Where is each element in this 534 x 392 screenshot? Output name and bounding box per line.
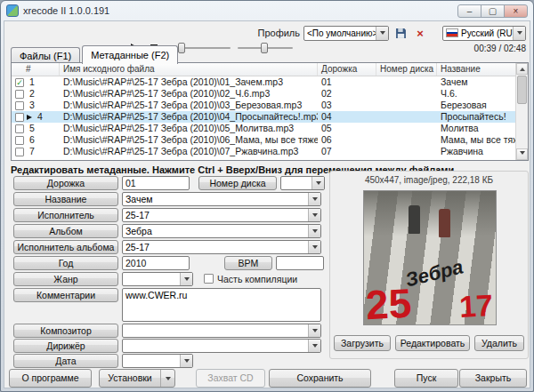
- date-label-button[interactable]: Дата: [13, 354, 118, 368]
- capture-cd-button: Захват CD: [196, 369, 265, 388]
- start-button[interactable]: Пуск: [394, 369, 458, 388]
- composer-label-button[interactable]: Композитор: [13, 324, 118, 338]
- cell-filename: D:\Music\#RAP#\25-17 Зебра (2010)\06_Мам…: [60, 134, 318, 146]
- window-title: xrecode II 1.0.0.191: [23, 5, 109, 16]
- album-artist-combobox[interactable]: 25-17: [122, 240, 321, 254]
- column-header-title[interactable]: Название: [437, 63, 517, 76]
- album-label-button[interactable]: Альбом: [13, 224, 118, 238]
- file-table: # Имя исходного файла Дорожка Номер диск…: [11, 62, 529, 161]
- save-metadata-button[interactable]: Сохранить метаданные: [269, 369, 371, 388]
- cell-title: Березовая: [437, 100, 517, 111]
- delete-artwork-button[interactable]: Удалить: [474, 335, 524, 351]
- cell-disc: [376, 146, 437, 157]
- cell-disc: [376, 76, 437, 88]
- russian-flag-icon: [446, 28, 458, 37]
- titlebar: xrecode II 1.0.0.191 – ▢ ×: [1, 1, 533, 20]
- volume-slider[interactable]: [238, 41, 293, 55]
- chevron-down-icon: [308, 324, 320, 337]
- cell-filename: D:\Music\#RAP#\25-17 Зебра (2010)\04_Про…: [60, 111, 318, 123]
- settings-button[interactable]: Установки: [99, 369, 175, 388]
- conductor-label-button[interactable]: Дирижёр: [13, 339, 118, 353]
- artist-label-button[interactable]: Исполнитель: [13, 208, 118, 222]
- cell-track: 02: [318, 88, 376, 100]
- date-combobox[interactable]: [122, 354, 193, 368]
- table-row[interactable]: 1 D:\Music\#RAP#\25-17 Зебра (2010)\01_З…: [12, 76, 517, 88]
- cell-title: Молитва: [437, 123, 517, 134]
- load-artwork-button[interactable]: Загрузить: [334, 335, 391, 351]
- scroll-up-icon[interactable]: [516, 63, 528, 75]
- genre-label-button[interactable]: Жанр: [13, 272, 118, 286]
- genre-combobox[interactable]: [122, 272, 193, 286]
- profile-combobox[interactable]: <По умолчанию>: [303, 26, 389, 41]
- row-checkbox[interactable]: [15, 78, 24, 87]
- title-label-button[interactable]: Название: [13, 192, 118, 206]
- profile-label: Профиль: [258, 28, 301, 38]
- album-artist-label-button[interactable]: Исполнитель альбома: [13, 240, 118, 254]
- column-header-track[interactable]: Дорожка: [318, 63, 376, 76]
- table-row[interactable]: 6 D:\Music\#RAP#\25-17 Зебра (2010)\06_М…: [12, 134, 517, 146]
- scroll-down-icon[interactable]: [516, 148, 528, 160]
- cover-number-left: 25: [365, 283, 413, 325]
- cover-figure-right: [439, 209, 450, 237]
- table-row[interactable]: 7 D:\Music\#RAP#\25-17 Зебра (2010)\07_Р…: [12, 146, 517, 157]
- edit-artwork-button[interactable]: Редактировать: [395, 335, 470, 351]
- title-combobox[interactable]: Зачем: [122, 192, 321, 206]
- vertical-scrollbar[interactable]: [515, 63, 528, 160]
- column-header-num[interactable]: #: [12, 63, 60, 76]
- about-button[interactable]: О программе: [9, 369, 92, 388]
- composer-combobox[interactable]: [122, 324, 321, 338]
- bpm-input[interactable]: [276, 256, 324, 270]
- disc-combobox[interactable]: [280, 176, 325, 190]
- track-label-button[interactable]: Дорожка: [13, 176, 118, 190]
- table-row[interactable]: 3 D:\Music\#RAP#\25-17 Зебра (2010)\03_Б…: [12, 100, 517, 111]
- cell-filename: D:\Music\#RAP#\25-17 Зебра (2010)\07_Ржа…: [60, 146, 318, 157]
- comments-label-button[interactable]: Комментарии: [13, 288, 118, 302]
- playing-indicator-icon: [27, 115, 35, 120]
- cover-title-text: Зебра: [403, 255, 465, 292]
- tab-metadata[interactable]: Метаданные (F2): [82, 45, 178, 64]
- artwork-panel: 450x447, image/jpeg, 222,18 КБ Зебра 25 …: [329, 171, 529, 359]
- table-row[interactable]: 4 D:\Music\#RAP#\25-17 Зебра (2010)\04_П…: [12, 111, 517, 123]
- cell-track: 01: [318, 76, 376, 88]
- volume-slider-thumb[interactable]: [261, 43, 268, 53]
- file-table-body: 1 D:\Music\#RAP#\25-17 Зебра (2010)\01_З…: [12, 76, 528, 157]
- compilation-checkbox[interactable]: [204, 274, 214, 284]
- maximize-button[interactable]: ▢: [481, 4, 505, 18]
- row-checkbox[interactable]: [15, 90, 24, 99]
- chevron-down-icon: [180, 355, 192, 367]
- artist-combobox[interactable]: 25-17: [122, 208, 321, 222]
- language-combobox[interactable]: Русский (RU): [442, 26, 526, 41]
- scrollbar-thumb[interactable]: [517, 76, 527, 104]
- chevron-down-icon: [308, 340, 320, 352]
- close-button[interactable]: Закрыть: [459, 369, 527, 388]
- save-profile-button[interactable]: [392, 25, 409, 41]
- column-header-file[interactable]: Имя исходного файла: [60, 63, 318, 76]
- playback-controls: 00:39 / 02:48: [131, 41, 526, 55]
- row-checkbox[interactable]: [15, 101, 24, 110]
- year-label-button[interactable]: Год: [13, 256, 118, 270]
- row-checkbox[interactable]: [15, 148, 24, 156]
- cell-track: 07: [318, 146, 376, 157]
- album-cover-image[interactable]: Зебра 25 17: [363, 190, 497, 325]
- comments-textarea[interactable]: www.CWER.ru: [122, 288, 321, 322]
- bpm-label-button[interactable]: BPM: [224, 256, 272, 270]
- delete-profile-button[interactable]: ×: [412, 25, 428, 41]
- row-checkbox[interactable]: [15, 124, 24, 133]
- close-icon[interactable]: ×: [504, 4, 528, 18]
- row-checkbox[interactable]: [15, 136, 24, 145]
- track-input[interactable]: [122, 176, 190, 190]
- column-header-disc[interactable]: Номер диска: [376, 63, 437, 76]
- chevron-down-icon: [160, 370, 174, 387]
- table-row[interactable]: 5 D:\Music\#RAP#\25-17 Зебра (2010)\05_М…: [12, 123, 517, 134]
- table-row[interactable]: 2 D:\Music\#RAP#\25-17 Зебра (2010)\02_Ч…: [12, 88, 517, 100]
- minimize-button[interactable]: –: [457, 4, 481, 18]
- cell-disc: [376, 123, 437, 134]
- conductor-combobox[interactable]: [122, 339, 321, 353]
- cell-filename: D:\Music\#RAP#\25-17 Зебра (2010)\03_Бер…: [60, 100, 318, 111]
- disc-label-button[interactable]: Номер диска: [198, 176, 277, 190]
- album-combobox[interactable]: Зебра: [122, 224, 321, 238]
- year-input[interactable]: [122, 256, 190, 270]
- cell-track: 03: [318, 100, 376, 111]
- row-checkbox[interactable]: [15, 113, 24, 122]
- footer-bar: О программе Установки Захват CD Сохранит…: [9, 369, 527, 388]
